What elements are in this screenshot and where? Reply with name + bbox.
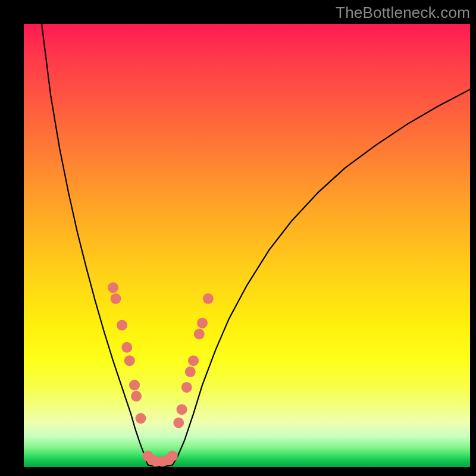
data-point — [203, 293, 214, 304]
data-point — [124, 355, 135, 366]
plot-area — [24, 24, 470, 467]
data-point — [111, 293, 121, 304]
data-point — [129, 380, 140, 390]
data-point — [177, 404, 187, 415]
data-point — [188, 355, 199, 366]
data-point — [167, 450, 178, 461]
watermark-text: TheBottleneck.com — [336, 4, 470, 22]
data-point — [181, 382, 192, 393]
scatter-dots — [108, 282, 214, 466]
data-point — [197, 318, 208, 328]
data-point — [185, 367, 196, 377]
bottleneck-curve — [42, 24, 470, 466]
data-point — [131, 391, 142, 402]
chart-svg — [24, 24, 470, 467]
data-point — [121, 342, 132, 353]
data-point — [136, 413, 146, 424]
data-point — [194, 329, 205, 340]
chart-frame: TheBottleneck.com — [0, 0, 476, 476]
data-point — [108, 282, 118, 293]
data-point — [173, 418, 184, 428]
data-point — [117, 320, 127, 331]
